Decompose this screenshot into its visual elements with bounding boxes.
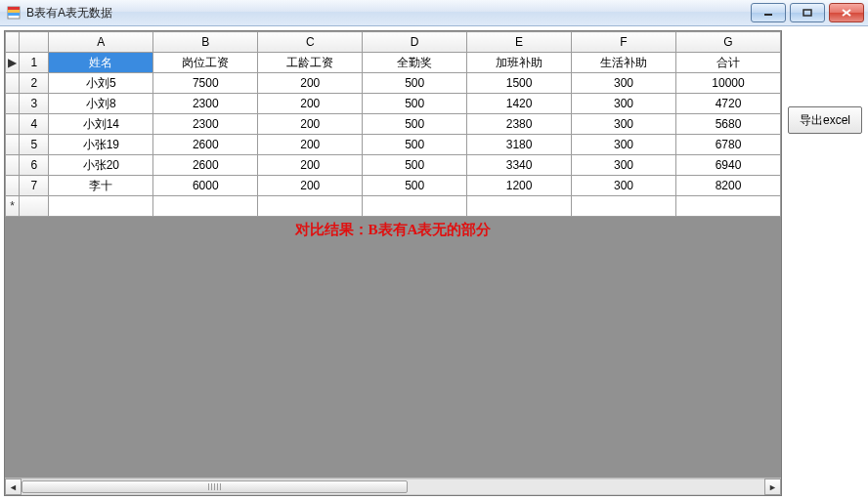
cell[interactable]: 2300 xyxy=(153,94,258,114)
cell[interactable] xyxy=(258,196,363,217)
cell[interactable]: 2600 xyxy=(153,155,258,176)
column-header-E[interactable]: E xyxy=(467,32,572,53)
cell[interactable]: 200 xyxy=(258,114,363,135)
cell[interactable]: 小刘5 xyxy=(49,73,153,94)
maximize-button[interactable] xyxy=(790,3,825,22)
column-header-G[interactable]: G xyxy=(676,32,781,53)
cell[interactable]: 6780 xyxy=(676,135,781,155)
cell[interactable]: 200 xyxy=(258,176,363,196)
row-header[interactable]: 5 xyxy=(20,135,49,155)
table-row[interactable]: 2小刘57500200500150030010000 xyxy=(6,73,781,94)
scroll-right-button[interactable]: ► xyxy=(764,479,781,495)
close-button[interactable] xyxy=(829,3,864,22)
cell[interactable]: 4720 xyxy=(676,94,781,114)
title-bar: B表有A表无数据 xyxy=(0,0,868,26)
cell[interactable]: 6940 xyxy=(676,155,781,176)
new-row-indicator: * xyxy=(6,196,20,217)
cell[interactable]: 1200 xyxy=(467,176,572,196)
row-header[interactable]: 7 xyxy=(20,176,49,196)
cell[interactable]: 200 xyxy=(258,94,363,114)
row-header[interactable]: 4 xyxy=(20,114,49,135)
cell[interactable] xyxy=(49,196,153,217)
table-row[interactable]: 4小刘14230020050023803005680 xyxy=(6,114,781,135)
row-header[interactable]: 6 xyxy=(20,155,49,176)
cell[interactable]: 3340 xyxy=(467,155,572,176)
svg-rect-1 xyxy=(8,7,20,10)
cell[interactable]: 500 xyxy=(363,94,467,114)
cell[interactable]: 小刘14 xyxy=(49,114,153,135)
cell[interactable]: 岗位工资 xyxy=(153,53,258,73)
cell[interactable]: 300 xyxy=(572,176,676,196)
cell[interactable]: 300 xyxy=(572,135,676,155)
minimize-button[interactable] xyxy=(751,3,786,22)
scroll-track[interactable] xyxy=(22,479,764,495)
cell[interactable]: 小刘8 xyxy=(49,94,153,114)
cell[interactable]: 6000 xyxy=(153,176,258,196)
cell[interactable]: 小张20 xyxy=(49,155,153,176)
column-header-D[interactable]: D xyxy=(363,32,467,53)
cell[interactable]: 8200 xyxy=(676,176,781,196)
cell[interactable]: 1500 xyxy=(467,73,572,94)
data-grid-viewport[interactable]: ABCDEFG▶1姓名岗位工资工龄工资全勤奖加班补助生活补助合计2小刘57500… xyxy=(5,31,781,478)
cell[interactable]: 500 xyxy=(363,176,467,196)
row-header[interactable]: 2 xyxy=(20,73,49,94)
column-header-A[interactable]: A xyxy=(49,32,153,53)
cell[interactable]: 500 xyxy=(363,114,467,135)
cell[interactable]: 300 xyxy=(572,73,676,94)
cell[interactable]: 加班补助 xyxy=(467,53,572,73)
row-indicator: ▶ xyxy=(6,53,20,73)
table-row[interactable]: 7李十600020050012003008200 xyxy=(6,176,781,196)
cell[interactable]: 1420 xyxy=(467,94,572,114)
scroll-left-button[interactable]: ◄ xyxy=(5,479,22,495)
cell[interactable] xyxy=(363,196,467,217)
cell[interactable]: 300 xyxy=(572,94,676,114)
cell[interactable]: 2380 xyxy=(467,114,572,135)
scroll-thumb[interactable] xyxy=(22,480,408,493)
row-indicator xyxy=(6,155,20,176)
column-header-C[interactable]: C xyxy=(258,32,363,53)
cell[interactable]: 500 xyxy=(363,155,467,176)
client-area: ABCDEFG▶1姓名岗位工资工龄工资全勤奖加班补助生活补助合计2小刘57500… xyxy=(0,26,868,500)
window-title: B表有A表无数据 xyxy=(26,5,751,21)
cell[interactable] xyxy=(467,196,572,217)
column-header-B[interactable]: B xyxy=(153,32,258,53)
cell[interactable]: 2600 xyxy=(153,135,258,155)
cell[interactable]: 3180 xyxy=(467,135,572,155)
cell[interactable]: 200 xyxy=(258,73,363,94)
cell[interactable] xyxy=(676,196,781,217)
cell[interactable]: 200 xyxy=(258,155,363,176)
data-grid[interactable]: ABCDEFG▶1姓名岗位工资工龄工资全勤奖加班补助生活补助合计2小刘57500… xyxy=(5,31,781,217)
cell[interactable]: 500 xyxy=(363,135,467,155)
cell[interactable] xyxy=(153,196,258,217)
table-row[interactable]: 3小刘8230020050014203004720 xyxy=(6,94,781,114)
cell[interactable]: 工龄工资 xyxy=(258,53,363,73)
row-header[interactable] xyxy=(20,196,49,217)
table-row[interactable]: 6小张20260020050033403006940 xyxy=(6,155,781,176)
table-row[interactable]: 5小张19260020050031803006780 xyxy=(6,135,781,155)
cell[interactable] xyxy=(572,196,676,217)
export-excel-button[interactable]: 导出excel xyxy=(788,106,862,134)
cell[interactable]: 生活补助 xyxy=(572,53,676,73)
cell[interactable]: 姓名 xyxy=(49,53,153,73)
row-header[interactable]: 1 xyxy=(20,53,49,73)
cell[interactable]: 李十 xyxy=(49,176,153,196)
cell[interactable]: 合计 xyxy=(676,53,781,73)
cell[interactable]: 5680 xyxy=(676,114,781,135)
cell[interactable]: 200 xyxy=(258,135,363,155)
cell[interactable]: 7500 xyxy=(153,73,258,94)
new-row[interactable]: * xyxy=(6,196,781,217)
cell[interactable]: 2300 xyxy=(153,114,258,135)
cell[interactable]: 500 xyxy=(363,73,467,94)
cell[interactable]: 10000 xyxy=(676,73,781,94)
cell[interactable]: 全勤奖 xyxy=(363,53,467,73)
horizontal-scrollbar[interactable]: ◄ ► xyxy=(5,478,781,495)
row-header[interactable]: 3 xyxy=(20,94,49,114)
cell[interactable]: 300 xyxy=(572,114,676,135)
grid-corner[interactable] xyxy=(6,32,20,53)
window-controls xyxy=(751,3,864,22)
cell[interactable]: 小张19 xyxy=(49,135,153,155)
table-row[interactable]: ▶1姓名岗位工资工龄工资全勤奖加班补助生活补助合计 xyxy=(6,53,781,73)
grid-corner-2[interactable] xyxy=(20,32,49,53)
column-header-F[interactable]: F xyxy=(572,32,676,53)
cell[interactable]: 300 xyxy=(572,155,676,176)
